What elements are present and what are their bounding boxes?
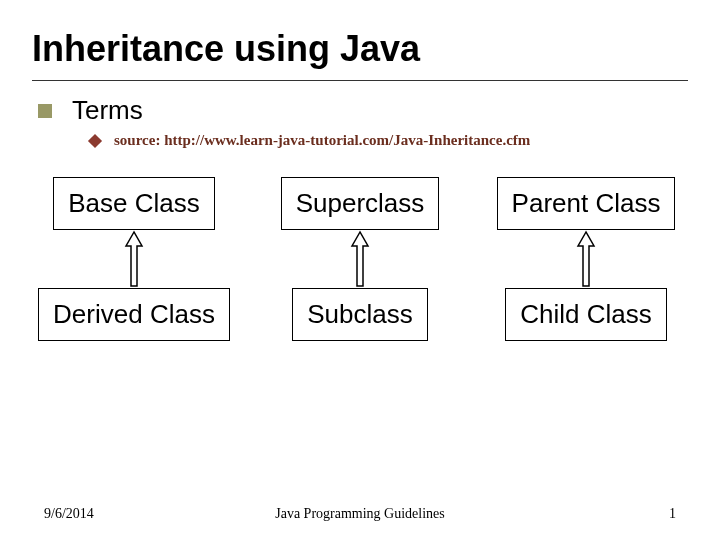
arrow-up-icon <box>576 230 596 288</box>
slide: Inheritance using Java Terms source: htt… <box>0 0 720 540</box>
svg-marker-1 <box>352 232 368 286</box>
svg-marker-0 <box>126 232 142 286</box>
box-derived-class: Derived Class <box>38 288 230 341</box>
arrow-up-icon <box>350 230 370 288</box>
arrow-up-2 <box>350 230 370 288</box>
arrow-up-3 <box>576 230 596 288</box>
footer-page-number: 1 <box>669 506 676 522</box>
arrow-up-icon <box>124 230 144 288</box>
slide-footer: 9/6/2014 Java Programming Guidelines 1 <box>0 506 720 522</box>
source-label: source: http://www.learn-java-tutorial.c… <box>114 132 530 149</box>
pair-parent-child: Parent Class Child Class <box>488 177 684 341</box>
box-parent-class: Parent Class <box>497 177 676 230</box>
diagram-row: Base Class Derived Class Superclass Subc… <box>36 177 684 341</box>
footer-center: Java Programming Guidelines <box>275 506 445 522</box>
slide-title: Inheritance using Java <box>32 28 688 70</box>
pair-base-derived: Base Class Derived Class <box>36 177 232 341</box>
bullet-source-row: source: http://www.learn-java-tutorial.c… <box>90 132 688 149</box>
bullet-terms-row: Terms <box>32 95 688 126</box>
box-subclass: Subclass <box>292 288 428 341</box>
terms-label: Terms <box>72 95 143 126</box>
box-base-class: Base Class <box>53 177 215 230</box>
footer-date: 9/6/2014 <box>44 506 94 522</box>
diamond-bullet-icon <box>88 133 102 147</box>
inheritance-diagram: Base Class Derived Class Superclass Subc… <box>32 177 688 341</box>
square-bullet-icon <box>38 104 52 118</box>
box-child-class: Child Class <box>505 288 667 341</box>
box-superclass: Superclass <box>281 177 440 230</box>
pair-super-sub: Superclass Subclass <box>262 177 458 341</box>
title-divider <box>32 80 688 81</box>
arrow-up-1 <box>124 230 144 288</box>
svg-marker-2 <box>578 232 594 286</box>
